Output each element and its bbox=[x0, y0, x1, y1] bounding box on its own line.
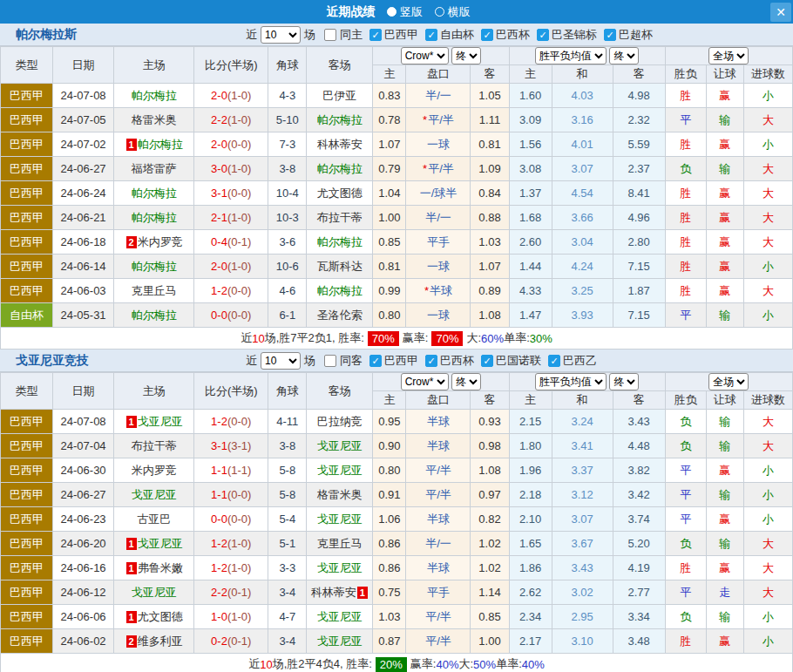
summary-segment: 场,胜2平4负4, 胜率: bbox=[273, 656, 372, 672]
away-team[interactable]: 巴伊亚 bbox=[307, 84, 373, 108]
league-filter-checkbox[interactable]: ✓ bbox=[548, 355, 560, 367]
games-count-select[interactable]: 10 bbox=[261, 26, 301, 44]
games-count-select[interactable]: 10 bbox=[261, 352, 301, 370]
handicap: 一球 bbox=[406, 132, 471, 157]
home-team[interactable]: 帕尔梅拉 bbox=[114, 255, 194, 279]
away-team[interactable]: 布拉干蒂 bbox=[307, 206, 373, 230]
col-goals: 进球数 bbox=[743, 391, 792, 410]
handicap: 平手 bbox=[406, 230, 471, 255]
odds-away: 1.02 bbox=[471, 556, 509, 580]
league-filter-checkbox[interactable]: ✓ bbox=[481, 355, 493, 367]
home-team[interactable]: 帕尔梅拉 bbox=[114, 181, 194, 206]
avg-type-select[interactable]: 胜平负均值 bbox=[535, 47, 607, 64]
odds-final-select[interactable]: 终 bbox=[451, 47, 481, 64]
avg-home: 1.68 bbox=[509, 206, 552, 230]
rank-badge: 1 bbox=[126, 538, 137, 550]
away-team[interactable]: 戈亚尼亚 bbox=[307, 556, 373, 580]
avg-final-select[interactable]: 终 bbox=[609, 47, 639, 64]
home-team[interactable]: 1弗鲁米嫩 bbox=[114, 556, 194, 580]
halftime-score: (0-0) bbox=[227, 309, 251, 322]
home-team[interactable]: 格雷米奥 bbox=[114, 108, 194, 132]
away-team[interactable]: 克里丘马 bbox=[307, 532, 373, 556]
home-team[interactable]: 2米内罗竞 bbox=[114, 230, 194, 255]
odds-final-select[interactable]: 终 bbox=[451, 373, 481, 390]
fulltime-score: 1-2 bbox=[211, 561, 227, 574]
summary-segment: 近 bbox=[248, 656, 260, 672]
odds-source-select[interactable]: Crow* bbox=[401, 47, 449, 64]
match-date: 24-06-23 bbox=[53, 507, 114, 532]
odds-home: 1.00 bbox=[373, 206, 406, 230]
home-team[interactable]: 戈亚尼亚 bbox=[114, 483, 194, 507]
scope-select[interactable]: 全场 bbox=[708, 47, 749, 64]
fulltime-score: 0-4 bbox=[211, 235, 227, 248]
match-date: 24-06-20 bbox=[53, 532, 114, 556]
home-team[interactable]: 戈亚尼亚 bbox=[114, 580, 194, 605]
team-name-text: 戈亚尼亚 bbox=[317, 561, 363, 574]
avg-draw: 4.24 bbox=[552, 255, 613, 279]
away-team[interactable]: 圣洛伦索 bbox=[307, 303, 373, 328]
home-team[interactable]: 2维多利亚 bbox=[114, 629, 194, 654]
away-team[interactable]: 戈亚尼亚 bbox=[307, 458, 373, 483]
home-team[interactable]: 布拉干蒂 bbox=[114, 434, 194, 458]
score: 2-2(0-1) bbox=[194, 580, 268, 605]
team-name-text: 帕尔梅拉 bbox=[317, 162, 363, 175]
home-team[interactable]: 帕尔梅拉 bbox=[114, 206, 194, 230]
corner-score: 10-3 bbox=[268, 206, 307, 230]
away-team[interactable]: 帕尔梅拉 bbox=[307, 279, 373, 303]
away-team[interactable]: 帕尔梅拉 bbox=[307, 230, 373, 255]
league-filter-checkbox[interactable]: ✓ bbox=[537, 29, 549, 41]
avg-draw: 3.07 bbox=[552, 507, 613, 532]
team-name-text: 格雷米奥 bbox=[317, 488, 363, 501]
close-icon[interactable]: ✕ bbox=[770, 3, 791, 22]
away-team[interactable]: 瓦斯科达 bbox=[307, 255, 373, 279]
away-team[interactable]: 帕尔梅拉 bbox=[307, 157, 373, 181]
home-team[interactable]: 古亚巴 bbox=[114, 507, 194, 532]
corner-score: 5-10 bbox=[268, 108, 307, 132]
home-team[interactable]: 1尤文图德 bbox=[114, 605, 194, 629]
handicap: 半球 bbox=[406, 434, 471, 458]
home-team[interactable]: 米内罗竞 bbox=[114, 458, 194, 483]
score: 2-1(1-0) bbox=[194, 206, 268, 230]
away-team[interactable]: 戈亚尼亚 bbox=[307, 507, 373, 532]
away-team[interactable]: 戈亚尼亚 bbox=[307, 629, 373, 654]
league-filter-checkbox[interactable]: ✓ bbox=[369, 355, 382, 367]
same-venue-checkbox[interactable] bbox=[324, 355, 336, 367]
home-team[interactable]: 1戈亚尼亚 bbox=[114, 410, 194, 434]
away-team[interactable]: 科林蒂安 bbox=[307, 132, 373, 157]
away-team[interactable]: 戈亚尼亚 bbox=[307, 434, 373, 458]
handicap: 平/半 bbox=[406, 629, 471, 654]
home-team[interactable]: 帕尔梅拉 bbox=[114, 84, 194, 108]
away-team[interactable]: 格雷米奥 bbox=[307, 483, 373, 507]
avg-type-select[interactable]: 胜平负均值 bbox=[535, 373, 607, 390]
vertical-layout-radio[interactable] bbox=[387, 7, 396, 17]
scope-select[interactable]: 全场 bbox=[708, 373, 749, 390]
score: 0-0(0-0) bbox=[194, 507, 268, 532]
col-avg-draw: 和 bbox=[552, 391, 613, 410]
away-team[interactable]: 尤文图德 bbox=[307, 181, 373, 206]
same-venue-checkbox[interactable] bbox=[324, 29, 336, 41]
same-venue-label: 同主 bbox=[340, 27, 363, 43]
odds-source-select[interactable]: Crow* bbox=[401, 373, 449, 390]
home-team[interactable]: 1帕尔梅拉 bbox=[114, 132, 194, 157]
league-filter-checkbox[interactable]: ✓ bbox=[481, 29, 493, 41]
fulltime-score: 1-2 bbox=[211, 537, 227, 550]
league-filter-checkbox[interactable]: ✓ bbox=[425, 29, 437, 41]
home-team[interactable]: 帕尔梅拉 bbox=[114, 303, 194, 328]
odds-away: 0.84 bbox=[471, 181, 509, 206]
handicap-text: 平/半 bbox=[425, 464, 451, 477]
league-filter-checkbox[interactable]: ✓ bbox=[604, 29, 616, 41]
home-team[interactable]: 1戈亚尼亚 bbox=[114, 532, 194, 556]
horizontal-layout-radio[interactable] bbox=[435, 7, 444, 17]
away-team[interactable]: 帕尔梅拉 bbox=[307, 108, 373, 132]
home-team[interactable]: 克里丘马 bbox=[114, 279, 194, 303]
away-team[interactable]: 科林蒂安1 bbox=[307, 580, 373, 605]
league-filter-checkbox[interactable]: ✓ bbox=[425, 355, 437, 367]
corner-score: 3-8 bbox=[268, 157, 307, 181]
match-row: 巴西甲24-06-061尤文图德1-0(1-0)4-7戈亚尼亚1.03平/半0.… bbox=[1, 605, 793, 629]
away-team[interactable]: 戈亚尼亚 bbox=[307, 605, 373, 629]
league-filter-checkbox[interactable]: ✓ bbox=[369, 29, 382, 41]
avg-home: 1.86 bbox=[509, 556, 552, 580]
avg-final-select[interactable]: 终 bbox=[609, 373, 639, 390]
away-team[interactable]: 巴拉纳竞 bbox=[307, 410, 373, 434]
home-team[interactable]: 福塔雷萨 bbox=[114, 157, 194, 181]
